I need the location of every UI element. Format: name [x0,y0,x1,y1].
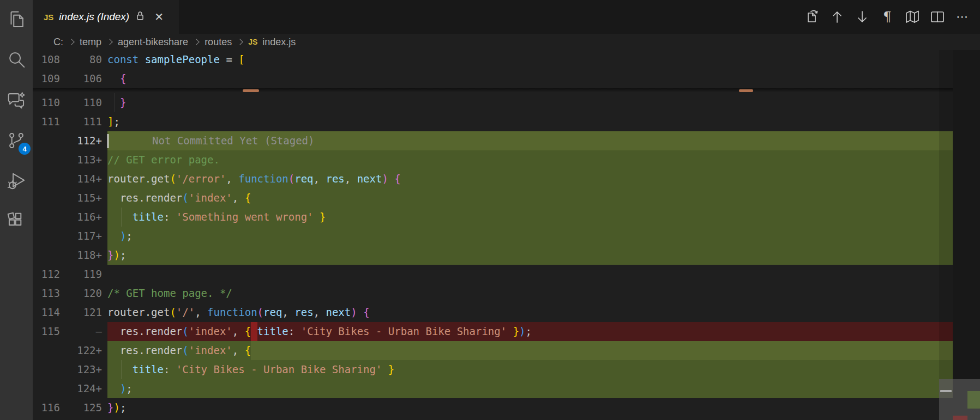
token-id: router.get [107,169,170,188]
gutter: 10880 [33,50,107,69]
token-str: 'City Bikes - Urban Bike Sharing' [301,322,507,341]
activity-chat[interactable] [3,88,29,114]
line-number-modified: 119 [60,265,107,284]
code-content: router.get('/error', function(req, res, … [107,169,953,188]
code-line[interactable]: 110110 } [33,93,953,112]
token-y: ) [113,246,119,265]
breadcrumb-item[interactable]: agent-bikeshare [118,36,188,48]
token-p: { [120,69,126,88]
token-prop: req [263,303,282,322]
gutter: 111111 [33,112,107,131]
line-number-modified: 117+ [60,227,107,246]
token-id [107,208,133,227]
open-file-icon[interactable] [802,7,822,27]
token-id [388,169,394,188]
line-number-original: 115 [33,322,60,341]
code-content: ]; [107,112,953,131]
breadcrumb-file[interactable]: index.js [262,36,296,48]
code-line[interactable]: 114+router.get('/error', function(req, r… [33,169,953,188]
diff-editor[interactable]: 10880const samplePeople = [109106 {11011… [33,50,953,420]
code-content: // GET error page. [107,150,953,169]
code-line[interactable]: 113+// GET error page. [33,150,953,169]
code-line[interactable]: 113120/* GET home page. */ [33,284,953,303]
line-number-original [33,131,60,150]
chevron-right-icon [68,39,74,45]
token-id: , [232,322,245,341]
code-line[interactable]: 123+ title: 'City Bikes - Urban Bike Sha… [33,360,953,379]
next-change-icon[interactable] [852,7,872,27]
line-number-modified: 125 [60,398,107,417]
code-line[interactable]: 112+ Not Committed Yet (Staged) [33,131,953,150]
gutter: 110110 [33,93,107,112]
chevron-right-icon [106,39,112,45]
gutter: 114+ [33,169,107,188]
token-str: 'City Bikes - Urban Bike Sharing' [176,360,382,379]
render-whitespace-icon[interactable]: ¶ [877,7,897,27]
token-b: ( [182,322,188,341]
code-line[interactable]: 112119 [33,265,953,284]
line-number-modified: 123+ [60,360,107,379]
code-line[interactable]: 111111]; [33,112,953,131]
token-ann: Not Committed Yet (Staged) [109,131,315,150]
more-actions-icon[interactable]: ⋯ [953,7,972,27]
token-id [139,50,145,69]
token-p: ( [257,303,263,322]
code-content: Not Committed Yet (Staged) [107,131,953,150]
token-id [107,379,120,398]
line-number-modified: 106 [60,69,107,88]
map-icon[interactable] [903,7,922,27]
gutter: 123+ [33,360,107,379]
code-content: } [107,93,953,112]
code-line[interactable]: 124+ ); [33,379,953,398]
code-line[interactable]: 116125}); [33,398,953,417]
code-line[interactable]: 117+ ); [33,227,953,246]
code-content: const samplePeople = [ [107,50,953,69]
sticky-scroll-line[interactable]: 109106 { [33,69,953,88]
code-line[interactable]: 116+ title: 'Something went wrong' } [33,208,953,227]
minimap[interactable] [939,379,980,420]
activity-explorer[interactable] [3,8,29,34]
tab-indexjs[interactable]: JS index.js (Index) ✕ [33,0,179,34]
activity-extensions[interactable] [3,209,29,235]
gutter: 124+ [33,379,107,398]
gutter: 116+ [33,208,107,227]
token-prop: title [257,322,288,341]
activity-search[interactable] [3,48,29,74]
code-line[interactable]: 122+ res.render('index', { [33,341,953,360]
gutter: 114121 [33,303,107,322]
tab-title: index.js (Index) [59,11,129,23]
line-number-modified: 114+ [60,169,107,188]
gutter: 113+ [33,150,107,169]
breadcrumb-item[interactable]: temp [80,36,101,48]
token-str: 'index' [189,322,232,341]
code-line[interactable]: 115+ res.render('index', { [33,188,953,208]
line-number-original [33,169,60,188]
code-line[interactable]: 115– res.render('index', { title: 'City … [33,322,953,341]
token-y: ] [107,112,113,131]
tab-bar: JS index.js (Index) ✕ ¶⋯ [33,0,980,34]
code-line[interactable]: 118+}); [33,246,953,265]
activity-source-control[interactable]: 4 [3,129,29,155]
breadcrumb-item[interactable]: routes [205,36,232,48]
line-number-original: 111 [33,112,60,131]
breadcrumb-item[interactable]: C: [53,36,63,48]
line-number-modified: 124+ [60,379,107,398]
scrollbar-slider[interactable] [939,379,953,398]
line-number-modified: 115+ [60,188,107,208]
indent-guide [121,360,122,379]
line-number-modified: 110 [60,93,107,112]
token-str: 'index' [189,188,232,208]
split-editor-icon[interactable] [928,7,947,27]
previous-change-icon[interactable] [827,7,847,27]
code-line[interactable]: 114121router.get('/', function(req, res,… [33,303,953,322]
token-id: ; [120,398,126,417]
token-id: = [220,50,238,69]
search-icon [6,50,27,72]
source-control-badge: 4 [19,143,31,155]
activity-run-debug[interactable] [3,169,29,195]
token-id: res.render [107,188,182,208]
sticky-scroll-line[interactable]: 10880const samplePeople = [ [33,50,953,69]
close-tab-icon[interactable]: ✕ [154,10,164,23]
token-id [507,322,513,341]
minimap-deleted-marker [953,416,967,420]
